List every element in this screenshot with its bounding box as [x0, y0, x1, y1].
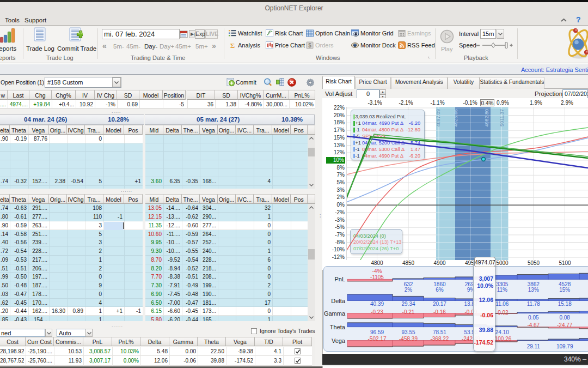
svg-text:$: $	[308, 43, 311, 49]
svg-text:Σ: Σ	[230, 41, 235, 49]
